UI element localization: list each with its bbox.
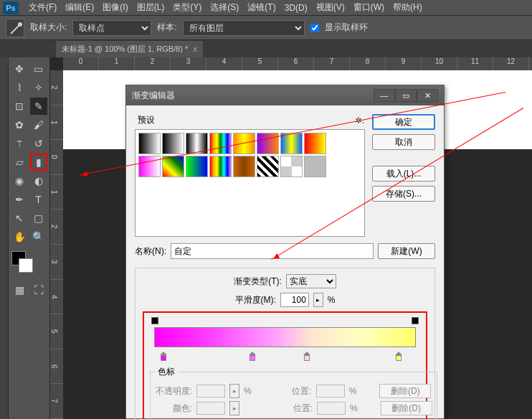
menu-view[interactable]: 视图(V)	[312, 1, 349, 14]
preset-swatch[interactable]	[186, 156, 208, 177]
preset-swatch[interactable]	[304, 156, 326, 177]
tool-move[interactable]: ✥	[11, 60, 28, 77]
ruler-horizontal: 0123456789101112	[63, 57, 532, 70]
tool-shape[interactable]: ▢	[30, 210, 47, 227]
position-unit: %	[350, 403, 358, 413]
background-swatch[interactable]	[19, 258, 33, 273]
tool-gradient[interactable]: ▮	[30, 154, 47, 171]
new-button[interactable]: 新建(W)	[378, 243, 435, 259]
cancel-button[interactable]: 取消	[372, 134, 435, 150]
tool-lasso[interactable]: ⌇	[11, 79, 28, 96]
document-tabs: 未标题-1 @ 100% (图层 1, RGB/8) * x	[0, 40, 532, 57]
eyedropper-icon[interactable]	[6, 19, 24, 37]
sample-select[interactable]: 所有图层	[183, 20, 305, 36]
menu-file[interactable]: 文件(F)	[24, 1, 61, 14]
document-tab[interactable]: 未标题-1 @ 100% (图层 1, RGB/8) * x	[56, 41, 203, 57]
tool-rect-marquee[interactable]: ▭	[30, 60, 47, 77]
stops-fieldset: 色标 不透明度: ▸ % 位置: % 删除(D) 颜色: ▸	[150, 366, 437, 419]
gradient-type-select[interactable]: 实底	[286, 274, 336, 288]
preset-swatch[interactable]	[304, 133, 326, 154]
color-stop[interactable]	[160, 352, 167, 362]
ruler-tick: 1	[50, 105, 63, 141]
menu-help[interactable]: 帮助(H)	[389, 1, 427, 14]
color-swatches[interactable]	[9, 251, 49, 277]
ruler-tick: 7	[50, 384, 63, 419]
sample-size-select[interactable]: 取样点	[72, 20, 151, 36]
maximize-icon[interactable]: ▭	[395, 89, 417, 102]
spinner-icon: ▸	[229, 384, 239, 398]
menu-filter[interactable]: 滤镜(T)	[243, 1, 280, 14]
tool-pen[interactable]: ✒	[11, 191, 28, 208]
preset-swatch[interactable]	[209, 156, 232, 177]
close-icon[interactable]: x	[193, 44, 197, 53]
tool-magic-wand[interactable]: ✧	[30, 79, 47, 96]
annotation-highlight: 色标 不透明度: ▸ % 位置: % 删除(D) 颜色: ▸	[143, 311, 427, 419]
color-input	[196, 402, 225, 415]
menu-window[interactable]: 窗口(W)	[349, 1, 389, 14]
preset-swatch[interactable]	[257, 156, 279, 177]
name-label: 名称(N):	[135, 245, 166, 258]
tool-history-brush[interactable]: ↺	[30, 135, 47, 152]
tool-path-select[interactable]: ↖	[11, 210, 28, 227]
preset-swatch[interactable]	[162, 133, 184, 154]
preset-swatch[interactable]	[280, 156, 303, 177]
tool-stamp[interactable]: ⍑	[11, 135, 28, 152]
tool-type[interactable]: T	[30, 191, 47, 208]
ruler-tick: 4	[206, 57, 242, 70]
tool-brush[interactable]: 🖌	[30, 116, 47, 133]
minimize-icon[interactable]: —	[374, 89, 395, 102]
preset-swatch[interactable]	[233, 156, 255, 177]
opacity-input	[196, 385, 225, 397]
save-button[interactable]: 存储(S)...	[372, 186, 435, 202]
ruler-tick: 0	[63, 57, 99, 70]
menu-3d[interactable]: 3D(D)	[280, 3, 312, 13]
preset-swatch[interactable]	[162, 156, 184, 177]
tool-patch[interactable]: ✿	[11, 116, 28, 133]
quickmask-icon[interactable]: ▦	[11, 281, 28, 298]
spinner-icon[interactable]: ▸	[313, 293, 323, 307]
preset-swatch[interactable]	[138, 133, 161, 154]
tool-hand[interactable]: ✋	[11, 228, 28, 245]
preset-swatch[interactable]	[280, 133, 303, 154]
delete-button: 删除(D)	[381, 401, 432, 415]
menu-bar: Ps 文件(F) 编辑(E) 图像(I) 图层(L) 类型(Y) 选择(S) 滤…	[0, 0, 532, 16]
ruler-tick: 7	[314, 57, 350, 70]
smoothness-input[interactable]	[280, 293, 309, 307]
menu-edit[interactable]: 编辑(E)	[61, 1, 98, 14]
tool-crop[interactable]: ⊡	[11, 98, 28, 115]
dialog-titlebar[interactable]: 渐变编辑器 — ▭ ✕	[126, 85, 444, 105]
screenmode-icon[interactable]: ⛶	[30, 281, 47, 298]
color-label: 颜色:	[155, 402, 192, 415]
dialog-title: 渐变编辑器	[132, 90, 175, 102]
color-stop[interactable]	[303, 352, 310, 362]
menu-image[interactable]: 图像(I)	[98, 1, 132, 14]
gradient-type-label: 渐变类型(T):	[234, 276, 282, 288]
menu-type[interactable]: 类型(Y)	[168, 1, 206, 14]
ruler-tick: 5	[242, 57, 278, 70]
color-stop[interactable]	[249, 352, 256, 362]
tool-eyedropper[interactable]: ✎	[30, 98, 47, 115]
ruler-tick: 3	[50, 245, 63, 280]
tool-eraser[interactable]: ▱	[11, 154, 28, 171]
presets-box	[135, 129, 365, 237]
opacity-stop[interactable]	[151, 317, 158, 326]
menu-layer[interactable]: 图层(L)	[133, 1, 169, 14]
app-logo: Ps	[3, 1, 19, 14]
gradient-bar[interactable]	[154, 327, 416, 347]
gradient-bar-editor[interactable]	[150, 317, 420, 362]
opacity-label: 不透明度:	[155, 385, 192, 397]
ruler-tick: 1	[50, 175, 63, 210]
tool-zoom[interactable]: 🔍	[30, 228, 47, 245]
panel-tab-strip[interactable]	[0, 57, 9, 419]
color-stop[interactable]	[395, 352, 402, 362]
tool-dodge[interactable]: ◐	[30, 172, 47, 189]
position-label: 位置:	[275, 385, 312, 397]
stops-legend: 色标	[155, 366, 178, 378]
tool-blur[interactable]: ◉	[11, 172, 28, 189]
preset-swatch[interactable]	[209, 133, 232, 154]
show-ring-checkbox[interactable]	[310, 24, 319, 32]
close-icon[interactable]: ✕	[417, 89, 438, 102]
menu-select[interactable]: 选择(S)	[206, 1, 243, 14]
tab-title: 未标题-1 @ 100% (图层 1, RGB/8) *	[62, 44, 188, 53]
opacity-stop[interactable]	[412, 317, 419, 326]
